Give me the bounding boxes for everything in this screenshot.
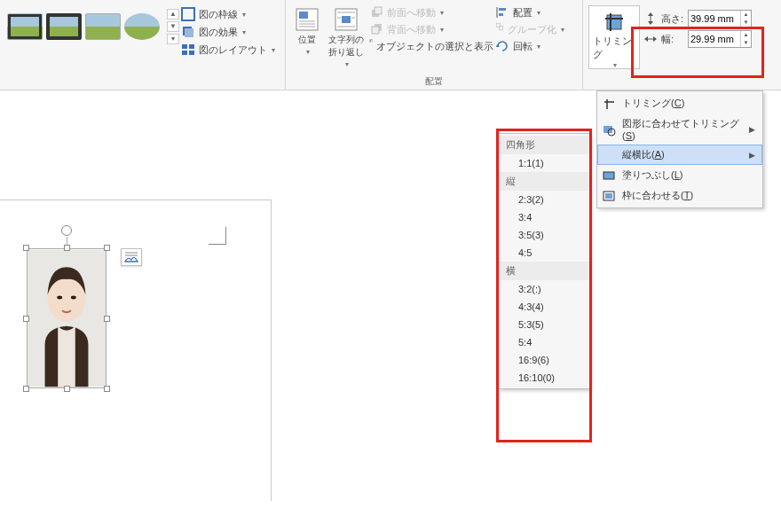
label: 位置 xyxy=(298,34,316,46)
aspect-2-3[interactable]: 2:3(2) xyxy=(499,191,589,208)
svg-rect-45 xyxy=(605,193,612,199)
document-page xyxy=(0,200,272,501)
aspect-3-2[interactable]: 3:2(:) xyxy=(499,280,589,298)
effects-icon xyxy=(181,25,195,39)
resize-handle[interactable] xyxy=(64,245,70,251)
style-thumb[interactable] xyxy=(46,13,82,40)
svg-rect-4 xyxy=(189,44,194,49)
spin-down[interactable]: ▼ xyxy=(740,39,751,47)
send-backward-button[interactable]: 背面へ移動▾ xyxy=(369,22,493,36)
picture-border-button[interactable]: 図の枠線▾ xyxy=(181,7,275,21)
aspect-ratio-submenu: 四角形 1:1(1) 縦 2:3(2) 3:4 3:5(3) 4:5 横 3:2… xyxy=(498,133,590,389)
resize-handle[interactable] xyxy=(23,316,29,322)
svg-rect-6 xyxy=(189,51,194,55)
label: 図のレイアウト xyxy=(199,43,267,57)
aspect-5-4[interactable]: 5:4 xyxy=(499,333,589,351)
selection-pane-icon xyxy=(369,39,373,53)
label: 図の効果 xyxy=(199,26,238,39)
menu-crop-to-shape[interactable]: 図形に合わせてトリミング(S) ▶ xyxy=(597,113,762,145)
bring-forward-button[interactable]: 前面へ移動▾ xyxy=(369,5,493,20)
height-input[interactable]: ▲▼ xyxy=(688,10,752,27)
aspect-4-5[interactable]: 4:5 xyxy=(499,244,589,262)
aspect-5-3[interactable]: 5:3(5) xyxy=(499,316,589,333)
style-thumb[interactable] xyxy=(124,13,160,40)
submenu-header-square: 四角形 xyxy=(499,136,589,154)
svg-point-49 xyxy=(71,296,76,300)
group-button[interactable]: グループ化▾ xyxy=(495,22,564,36)
menu-fit[interactable]: 枠に合わせる(T) xyxy=(597,185,762,206)
svg-marker-35 xyxy=(648,21,653,25)
svg-rect-3 xyxy=(182,44,187,49)
picture-effects-button[interactable]: 図の効果▾ xyxy=(181,25,275,39)
wrap-text-button[interactable]: 文字列の 折り返し▾ xyxy=(325,4,367,86)
style-thumb[interactable] xyxy=(85,13,121,40)
gallery-scroll[interactable]: ▲▼▾ xyxy=(167,9,179,44)
svg-rect-19 xyxy=(375,7,382,14)
label: グループ化 xyxy=(508,23,556,36)
chevron-right-icon: ▶ xyxy=(749,151,755,160)
resize-handle[interactable] xyxy=(104,316,110,322)
spin-down[interactable]: ▼ xyxy=(740,19,751,27)
position-button[interactable]: 位置▾ xyxy=(291,4,323,86)
portrait-image xyxy=(27,248,106,388)
svg-rect-26 xyxy=(499,13,503,16)
label: 前面へ移動 xyxy=(387,6,436,20)
spin-up[interactable]: ▲ xyxy=(740,11,751,19)
layout-icon xyxy=(181,43,195,57)
border-icon xyxy=(181,7,195,21)
wrap-icon xyxy=(334,7,359,32)
resize-handle[interactable] xyxy=(64,386,70,392)
label: トリミング xyxy=(593,35,635,61)
label: 塗りつぶし(L) xyxy=(622,168,682,182)
svg-marker-34 xyxy=(648,12,653,16)
aspect-1-1[interactable]: 1:1(1) xyxy=(499,154,589,172)
style-thumb[interactable] xyxy=(7,13,43,40)
rotate-icon xyxy=(495,39,509,53)
svg-rect-25 xyxy=(499,8,506,11)
layout-options-button[interactable] xyxy=(121,248,142,266)
submenu-header-vertical: 縦 xyxy=(499,172,589,191)
menu-trimming[interactable]: トリミング(C) xyxy=(597,93,762,113)
label: 縦横比(A) xyxy=(622,148,665,161)
page-corner-mark xyxy=(209,227,226,245)
aspect-16-9[interactable]: 16:9(6) xyxy=(499,351,589,369)
aspect-4-3[interactable]: 4:3(4) xyxy=(499,298,589,316)
resize-handle[interactable] xyxy=(23,245,29,251)
aspect-3-4[interactable]: 3:4 xyxy=(499,208,589,226)
picture-styles-gallery[interactable]: ▲▼▾ xyxy=(5,4,181,50)
spin-up[interactable]: ▲ xyxy=(740,31,751,39)
shape-crop-icon xyxy=(602,122,616,137)
svg-marker-38 xyxy=(653,36,657,42)
selection-pane-button[interactable]: オブジェクトの選択と表示 xyxy=(369,39,493,53)
rotate-button[interactable]: 回転▾ xyxy=(495,39,564,53)
label: 文字列の 折り返し xyxy=(328,34,364,59)
resize-handle[interactable] xyxy=(23,386,29,392)
height-value[interactable] xyxy=(689,13,740,24)
width-input[interactable]: ▲▼ xyxy=(688,30,752,48)
svg-rect-5 xyxy=(182,51,187,55)
position-icon xyxy=(295,7,320,32)
trimming-button[interactable]: トリミング ▾ xyxy=(588,5,640,69)
rotation-handle[interactable] xyxy=(61,225,72,236)
aspect-16-10[interactable]: 16:10(0) xyxy=(499,369,589,387)
submenu-header-horizontal: 横 xyxy=(499,262,589,280)
svg-rect-28 xyxy=(499,26,502,29)
svg-rect-0 xyxy=(182,8,194,20)
menu-aspect-ratio[interactable]: 縦横比(A) ▶ xyxy=(597,145,762,165)
menu-fill[interactable]: 塗りつぶし(L) xyxy=(597,165,762,185)
selected-picture[interactable] xyxy=(27,248,106,388)
aspect-3-5[interactable]: 3:5(3) xyxy=(499,226,589,244)
resize-handle[interactable] xyxy=(104,245,110,251)
width-icon xyxy=(643,32,658,46)
svg-rect-8 xyxy=(299,12,308,19)
resize-handle[interactable] xyxy=(104,386,110,392)
svg-point-48 xyxy=(57,296,62,300)
align-button[interactable]: 配置▾ xyxy=(495,5,564,20)
chevron-right-icon: ▶ xyxy=(749,125,755,134)
height-icon xyxy=(643,12,658,26)
label: 図の枠線 xyxy=(199,8,238,21)
width-value[interactable] xyxy=(689,34,740,44)
align-icon xyxy=(495,5,509,20)
label: トリミング(C) xyxy=(622,97,684,110)
picture-layout-button[interactable]: 図のレイアウト▾ xyxy=(181,43,275,57)
